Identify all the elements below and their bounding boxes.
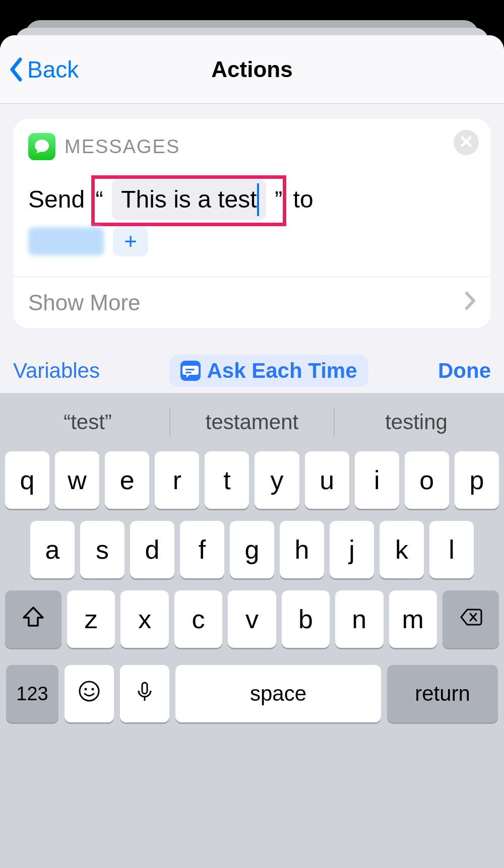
suggestion-2[interactable]: testing [335, 407, 498, 437]
text-cursor [257, 183, 259, 216]
key-i[interactable]: i [355, 451, 399, 509]
open-quote: “ [95, 186, 103, 213]
space-key[interactable]: space [175, 665, 381, 722]
key-v[interactable]: v [228, 590, 276, 648]
key-y[interactable]: y [255, 451, 299, 509]
show-more-row[interactable]: Show More [13, 277, 491, 328]
key-e[interactable]: e [105, 451, 149, 509]
return-key[interactable]: return [387, 665, 498, 722]
done-button[interactable]: Done [438, 359, 491, 383]
key-p[interactable]: p [455, 451, 499, 509]
shift-icon [21, 605, 46, 634]
key-x[interactable]: x [120, 590, 168, 648]
svg-point-4 [92, 688, 94, 691]
keyboard-row-4: 123 space return [0, 665, 504, 722]
send-prefix: Send [28, 186, 85, 213]
key-q[interactable]: q [5, 451, 49, 509]
send-suffix: to [293, 186, 313, 213]
back-button[interactable]: Back [9, 35, 79, 103]
add-recipient-button[interactable]: + [113, 226, 148, 256]
close-button[interactable] [454, 130, 479, 155]
ios-keyboard: “test” testament testing q w e r t y u i… [0, 393, 504, 868]
key-b[interactable]: b [282, 590, 330, 648]
messages-app-icon [28, 133, 55, 160]
key-j[interactable]: j [330, 521, 374, 578]
key-t[interactable]: t [205, 451, 249, 509]
suggestion-1[interactable]: testament [170, 407, 334, 437]
chevron-left-icon [9, 57, 23, 82]
key-c[interactable]: c [174, 590, 222, 648]
keyboard-row-3: z x c v b n m [0, 590, 504, 648]
action-description: Send “ This is a test ” to [28, 177, 476, 222]
svg-rect-5 [142, 683, 147, 694]
app-name-label: MESSAGES [65, 136, 180, 158]
svg-point-3 [85, 688, 87, 691]
suggestion-0[interactable]: “test” [6, 407, 169, 437]
show-more-label: Show More [28, 290, 141, 315]
variables-button[interactable]: Variables [13, 359, 100, 383]
keyboard-row-2: a s d f g h j k l [0, 521, 504, 578]
close-icon [460, 136, 472, 150]
svg-rect-0 [185, 369, 195, 370]
sheet: Back Actions MESSAGES Send [0, 35, 504, 868]
action-card: MESSAGES Send “ This is a test [13, 119, 491, 328]
ask-each-time-icon [180, 361, 201, 381]
key-r[interactable]: r [155, 451, 199, 509]
navigation-header: Back Actions [0, 35, 504, 104]
key-n[interactable]: n [335, 590, 383, 648]
backspace-icon [458, 605, 483, 634]
variables-toolbar: Variables Ask Each Time Done [0, 349, 504, 393]
plus-icon: + [124, 229, 137, 254]
recipient-token[interactable] [28, 227, 104, 255]
message-text-input[interactable]: This is a test [112, 179, 266, 220]
page-title: Actions [211, 57, 292, 82]
key-m[interactable]: m [389, 590, 437, 648]
svg-rect-1 [185, 372, 192, 373]
key-w[interactable]: w [55, 451, 99, 509]
emoji-key[interactable] [65, 665, 114, 722]
key-h[interactable]: h [280, 521, 324, 578]
key-k[interactable]: k [380, 521, 424, 578]
back-label: Back [27, 56, 79, 83]
ask-each-time-button[interactable]: Ask Each Time [169, 355, 368, 387]
dictation-key[interactable] [120, 665, 169, 722]
key-g[interactable]: g [230, 521, 274, 578]
key-z[interactable]: z [67, 590, 115, 648]
key-a[interactable]: a [30, 521, 75, 578]
key-d[interactable]: d [130, 521, 174, 578]
microphone-icon [133, 679, 156, 709]
keyboard-row-1: q w e r t y u i o p [0, 451, 504, 509]
message-text-value: This is a test [121, 186, 257, 213]
message-field[interactable]: “ This is a test ” [91, 177, 286, 222]
backspace-key[interactable] [443, 590, 499, 648]
emoji-icon [78, 679, 101, 709]
chevron-right-icon [465, 290, 476, 315]
numbers-key[interactable]: 123 [6, 665, 58, 722]
key-o[interactable]: o [405, 451, 449, 509]
svg-point-2 [80, 682, 99, 701]
ask-each-time-label: Ask Each Time [207, 359, 357, 383]
keyboard-suggestions: “test” testament testing [0, 393, 504, 451]
key-u[interactable]: u [305, 451, 349, 509]
shift-key[interactable] [5, 590, 61, 648]
key-l[interactable]: l [429, 521, 474, 578]
key-f[interactable]: f [180, 521, 224, 578]
key-s[interactable]: s [80, 521, 124, 578]
close-quote: ” [275, 186, 282, 213]
